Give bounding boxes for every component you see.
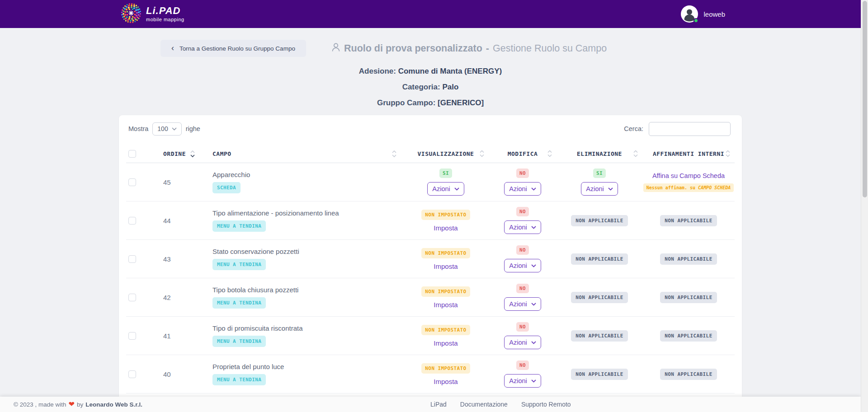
select-all-cell <box>126 150 149 158</box>
cell-visualizzazione: NON IMPOSTATOImposta <box>403 248 489 270</box>
imposta-link[interactable]: Imposta <box>434 301 458 309</box>
page-scrollbar-track[interactable] <box>861 0 868 412</box>
imposta-link[interactable]: Imposta <box>434 339 458 347</box>
campo-cell: Tipo botola chiusura pozzetti MENU A TEN… <box>190 286 403 309</box>
select-all-checkbox[interactable] <box>128 150 136 158</box>
campo-name: Stato conservazione pozzetti <box>212 248 299 255</box>
page-title-role: Ruolo di prova personalizzato <box>344 43 482 54</box>
gruppo-campo-label: Gruppo Campo: <box>377 98 438 107</box>
status-badge: NON IMPOSTATO <box>421 210 470 220</box>
status-badge: NON APPLICABILE <box>660 369 717 380</box>
row-select-cell <box>126 370 149 378</box>
company-name: Leonardo Web S.r.l. <box>85 401 142 408</box>
campo-type-badge: MENU A TENDINA <box>212 374 266 385</box>
cell-affinamenti: NON APPLICABILE <box>642 369 735 380</box>
imposta-link[interactable]: Imposta <box>434 262 458 270</box>
cell-visualizzazione: SIAzioni <box>403 169 489 196</box>
affina-link[interactable]: Affina su Campo Scheda <box>652 172 725 179</box>
campo-type-badge: SCHEDA <box>212 182 241 193</box>
row-checkbox[interactable] <box>128 255 136 263</box>
imposta-link[interactable]: Imposta <box>434 224 458 232</box>
back-button[interactable]: ‹ Torna a Gestione Ruolo su Gruppo Campo <box>160 40 306 57</box>
azioni-label: Azioni <box>509 262 527 269</box>
page-scrollbar-thumb[interactable] <box>863 1 867 197</box>
table-row: 45 Apparecchio SCHEDA SIAzioni NOAzioni … <box>126 163 735 201</box>
cell-eliminazione: NON APPLICABILE <box>557 253 642 265</box>
column-header-visualizzazione[interactable]: VISUALIZZAZIONE <box>403 150 489 157</box>
column-header-eliminazione[interactable]: ELIMINAZIONE <box>557 150 642 157</box>
campo-cell: Proprieta del punto luce MENU A TENDINA <box>190 363 403 385</box>
cell-visualizzazione: NON IMPOSTATOImposta <box>403 325 489 347</box>
copyright-mid: by <box>77 401 83 408</box>
azioni-label: Azioni <box>586 185 604 192</box>
footer-link-supporto[interactable]: Supporto Remoto <box>521 401 571 408</box>
status-badge: NON APPLICABILE <box>660 292 717 303</box>
ordine-value: 44 <box>149 217 190 225</box>
categoria-line: Categoria: Palo <box>119 82 742 92</box>
cell-affinamenti: Affina su Campo SchedaNessun affinam. su… <box>642 172 735 192</box>
page-size-select[interactable]: 100 <box>152 122 181 136</box>
lipad-logo[interactable]: Li.PAD mobile mapping <box>121 3 184 25</box>
footer-link-lipad[interactable]: LiPad <box>430 401 447 408</box>
column-header-ordine[interactable]: ORDINE <box>149 150 190 157</box>
footer-link-documentazione[interactable]: Documentazione <box>460 401 508 408</box>
campo-type-badge: MENU A TENDINA <box>212 336 266 347</box>
status-badge: SI <box>593 169 606 178</box>
campo-type-badge: MENU A TENDINA <box>212 259 266 270</box>
footer: © 2023 , made with ❤ by Leonardo Web S.r… <box>0 397 861 412</box>
lipad-logo-text: Li.PAD mobile mapping <box>146 6 184 22</box>
azioni-select[interactable]: Azioni <box>581 182 618 196</box>
row-select-cell <box>126 255 149 263</box>
page-title-separator: - <box>486 43 489 54</box>
page-size-value: 100 <box>157 125 168 132</box>
azioni-select[interactable]: Azioni <box>504 259 541 272</box>
campo-type-badge: MENU A TENDINA <box>212 297 266 309</box>
cell-eliminazione: NON APPLICABILE <box>557 330 642 342</box>
ordine-value: 43 <box>149 255 190 263</box>
azioni-select[interactable]: Azioni <box>504 220 541 234</box>
mostra-label: Mostra <box>128 125 148 132</box>
logo-title: Li.PAD <box>146 6 184 16</box>
visualizzazione-header-label: VISUALIZZAZIONE <box>418 150 474 157</box>
ordine-value: 41 <box>149 332 190 340</box>
campo-cell: Apparecchio SCHEDA <box>190 171 403 193</box>
cell-affinamenti: NON APPLICABILE <box>642 253 735 265</box>
chevron-down-icon <box>531 187 536 191</box>
azioni-select[interactable]: Azioni <box>504 374 541 388</box>
status-badge: NO <box>516 207 529 216</box>
azioni-label: Azioni <box>509 377 527 384</box>
adesione-line: Adesione: Comune di Manta (ENERGY) <box>119 66 742 76</box>
cell-modifica: NOAzioni <box>489 169 557 196</box>
cell-affinamenti: NON APPLICABILE <box>642 215 735 226</box>
imposta-link[interactable]: Imposta <box>434 378 458 385</box>
row-checkbox[interactable] <box>128 370 136 378</box>
row-checkbox[interactable] <box>128 294 136 301</box>
user-menu[interactable]: leoweb <box>681 5 725 23</box>
status-badge: NO <box>516 169 529 178</box>
back-button-label: Torna a Gestione Ruolo su Gruppo Campo <box>179 45 295 52</box>
status-badge: NON APPLICABILE <box>571 215 627 226</box>
table-controls: Mostra 100 righe Cerca: <box>126 122 735 136</box>
heart-icon: ❤ <box>69 401 75 408</box>
modifica-header-label: MODIFICA <box>508 150 538 157</box>
cell-eliminazione: NON APPLICABILE <box>557 369 642 380</box>
row-checkbox[interactable] <box>128 332 136 340</box>
azioni-select[interactable]: Azioni <box>504 336 541 349</box>
avatar[interactable] <box>681 5 698 23</box>
azioni-select[interactable]: Azioni <box>427 182 464 196</box>
search-input[interactable] <box>649 122 731 136</box>
status-badge: NO <box>516 322 529 332</box>
azioni-select[interactable]: Azioni <box>504 297 541 311</box>
column-header-affinamenti[interactable]: AFFINAMENTI INTERNI <box>642 150 735 157</box>
column-header-modifica[interactable]: MODIFICA <box>489 150 557 157</box>
column-header-campo[interactable]: CAMPO <box>190 150 403 157</box>
row-select-cell <box>126 332 149 340</box>
status-badge: NON IMPOSTATO <box>421 248 470 258</box>
cell-visualizzazione: NON IMPOSTATOImposta <box>403 286 489 309</box>
row-checkbox[interactable] <box>128 178 136 186</box>
row-select-cell <box>126 217 149 225</box>
azioni-select[interactable]: Azioni <box>504 182 541 196</box>
ordine-value: 42 <box>149 294 190 301</box>
person-icon <box>331 42 340 55</box>
row-checkbox[interactable] <box>128 217 136 225</box>
